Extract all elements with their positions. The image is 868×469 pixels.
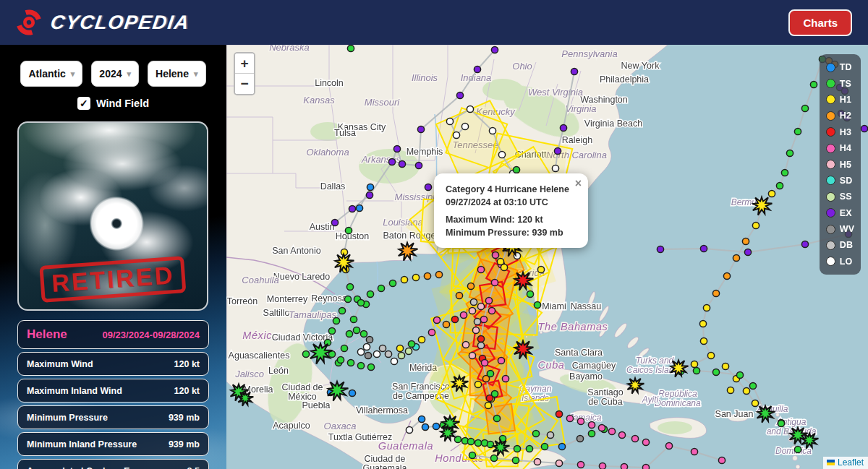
track-point-TS[interactable] (346, 330, 352, 337)
track-point-TS[interactable] (786, 150, 793, 156)
track-point-WV[interactable] (576, 435, 583, 442)
track-point-H4[interactable] (608, 428, 615, 434)
track-point-SS[interactable] (398, 352, 404, 358)
track-point-TS[interactable] (302, 350, 309, 357)
zoom-in-button[interactable]: + (235, 53, 254, 74)
track-point-H2[interactable] (723, 272, 730, 279)
track-point-TS[interactable] (781, 169, 788, 176)
track-point-H4[interactable] (718, 457, 725, 463)
track-point-LO[interactable] (357, 348, 364, 355)
track-point-H1[interactable] (707, 352, 714, 358)
track-point-H1[interactable] (396, 345, 403, 351)
track-point-H1[interactable] (699, 320, 706, 327)
track-point-H4[interactable] (566, 415, 573, 421)
track-point-EX[interactable] (571, 68, 577, 74)
track-point-TS[interactable] (367, 363, 374, 370)
track-point-H3[interactable] (486, 395, 493, 401)
track-point-H2[interactable] (456, 292, 462, 298)
leaflet-link[interactable]: Leaflet (838, 457, 864, 468)
track-point-H4[interactable] (477, 266, 484, 272)
track-point-EX[interactable] (700, 245, 707, 251)
track-point-EX[interactable] (393, 145, 400, 152)
track-point-TS[interactable] (588, 430, 595, 436)
track-point-EX[interactable] (388, 158, 395, 165)
track-point-TS[interactable] (346, 283, 353, 290)
track-point-H4[interactable] (488, 307, 495, 314)
track-point-TS[interactable] (776, 182, 783, 189)
track-point-H4[interactable] (588, 421, 595, 428)
track-point-TS[interactable] (344, 296, 351, 302)
track-point-H1[interactable] (700, 337, 707, 344)
track-point-H2[interactable] (443, 321, 449, 327)
track-point-H4[interactable] (642, 464, 649, 469)
track-point-TS[interactable] (801, 105, 808, 111)
track-point-H1[interactable] (727, 387, 733, 393)
track-point-TS[interactable] (541, 443, 548, 449)
map-canvas[interactable]: NebraskaLincolnKansasKansas CityMissouri… (226, 45, 868, 469)
track-point-H4[interactable] (428, 329, 435, 335)
track-point-H3[interactable] (477, 335, 484, 342)
track-point-TD[interactable] (349, 390, 355, 396)
track-point-TS[interactable] (337, 356, 344, 363)
track-point-H1[interactable] (412, 274, 419, 280)
track-point-H4[interactable] (599, 462, 605, 469)
track-point-H1[interactable] (537, 266, 544, 272)
track-point-H4[interactable] (631, 435, 638, 442)
track-point-H5[interactable] (556, 460, 562, 466)
track-point-EX[interactable] (331, 219, 338, 225)
track-point-H1[interactable] (768, 190, 775, 197)
track-point-H5[interactable] (477, 303, 484, 309)
track-point-WV[interactable] (366, 336, 373, 343)
track-point-TS[interactable] (467, 438, 474, 444)
charts-button[interactable]: Charts (788, 9, 852, 36)
track-point-LO[interactable] (498, 151, 505, 158)
track-point-EX[interactable] (425, 184, 431, 190)
track-point-WV[interactable] (365, 352, 371, 358)
track-point-DB[interactable] (385, 350, 391, 357)
track-point-H4[interactable] (502, 375, 509, 382)
track-point-H4[interactable] (498, 357, 504, 363)
track-point-TS[interactable] (693, 367, 699, 374)
track-point-TS[interactable] (339, 307, 345, 314)
track-point-DB[interactable] (470, 298, 477, 305)
track-point-SS[interactable] (405, 348, 412, 354)
track-point-EX[interactable] (456, 92, 463, 98)
track-point-H2[interactable] (742, 238, 749, 244)
track-point-H4[interactable] (577, 418, 584, 424)
track-point-TS[interactable] (534, 301, 540, 308)
track-point-TS[interactable] (347, 45, 354, 51)
track-point-TD[interactable] (356, 205, 362, 211)
track-point-EX[interactable] (349, 205, 355, 212)
track-point-LO[interactable] (489, 127, 495, 134)
track-point-EX[interactable] (491, 46, 498, 53)
track-point-H2[interactable] (712, 290, 719, 296)
track-point-H4[interactable] (433, 317, 440, 323)
track-point-DB[interactable] (477, 342, 484, 348)
track-point-H3[interactable] (556, 410, 562, 417)
track-point-TS[interactable] (749, 382, 756, 389)
track-point-H4[interactable] (598, 424, 605, 431)
track-point-TS[interactable] (512, 457, 519, 463)
track-point-TS[interactable] (514, 445, 520, 452)
track-point-TS[interactable] (360, 330, 367, 337)
track-point-EX[interactable] (417, 126, 424, 132)
track-point-LO[interactable] (373, 350, 380, 357)
track-point-H1[interactable] (418, 336, 425, 343)
track-point-H4[interactable] (485, 297, 492, 304)
track-point-H1[interactable] (475, 381, 481, 387)
track-point-TS[interactable] (527, 291, 533, 297)
basin-select[interactable]: Atlantic ▾ (20, 61, 82, 87)
track-point-H4[interactable] (492, 251, 498, 258)
track-point-EX[interactable] (657, 246, 663, 252)
track-point-H1[interactable] (743, 387, 749, 394)
track-point-H1[interactable] (752, 400, 758, 406)
track-point-TS[interactable] (378, 285, 384, 291)
popup-close-icon[interactable]: × (575, 178, 582, 189)
track-point-EX[interactable] (554, 147, 561, 154)
track-point-TS[interactable] (526, 445, 532, 452)
track-point-H5[interactable] (534, 458, 540, 465)
track-point-H1[interactable] (703, 304, 710, 311)
track-point-H5[interactable] (462, 341, 469, 348)
track-point-TS[interactable] (357, 362, 364, 369)
track-point-H4[interactable] (621, 463, 627, 469)
